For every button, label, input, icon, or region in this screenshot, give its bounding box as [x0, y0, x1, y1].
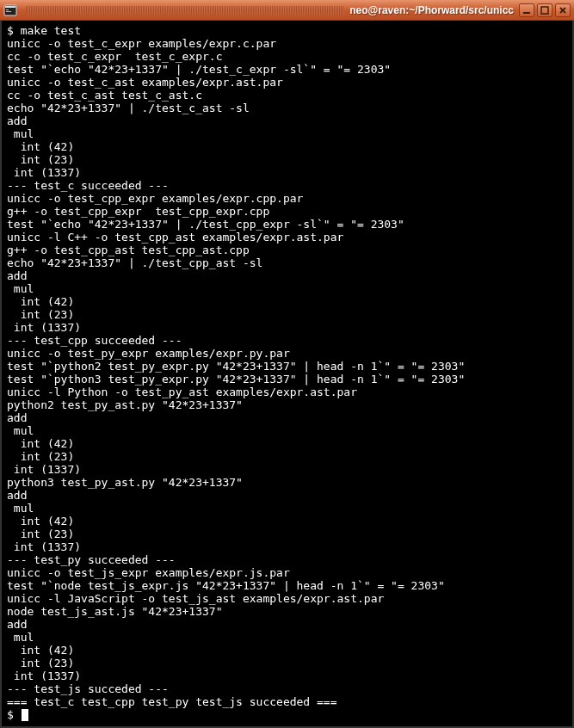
shell-prompt: $	[7, 24, 21, 37]
window-app-icon	[3, 3, 17, 17]
command-output: unicc -o test_c_expr examples/expr.c.par…	[7, 37, 567, 708]
svg-rect-1	[5, 6, 15, 8]
typed-command: make test	[21, 24, 81, 37]
window-titlebar[interactable]: neo@raven:~/Phorward/src/unicc	[0, 0, 574, 21]
window-title: neo@raven:~/Phorward/src/unicc	[349, 4, 514, 16]
svg-rect-2	[6, 9, 9, 10]
window-controls	[519, 3, 571, 17]
cursor-icon	[22, 709, 28, 721]
svg-rect-4	[523, 12, 530, 14]
svg-rect-3	[6, 11, 11, 12]
close-button[interactable]	[555, 3, 571, 17]
titlebar-texture	[26, 6, 344, 15]
shell-prompt-2: $	[7, 708, 21, 721]
terminal-window: neo@raven:~/Phorward/src/unicc $ make te…	[0, 0, 574, 728]
svg-rect-5	[541, 7, 548, 14]
minimize-button[interactable]	[519, 3, 534, 17]
maximize-button[interactable]	[537, 3, 552, 17]
terminal-area[interactable]: $ make test unicc -o test_c_expr example…	[0, 21, 574, 728]
terminal-output: $ make test unicc -o test_c_expr example…	[7, 24, 567, 721]
